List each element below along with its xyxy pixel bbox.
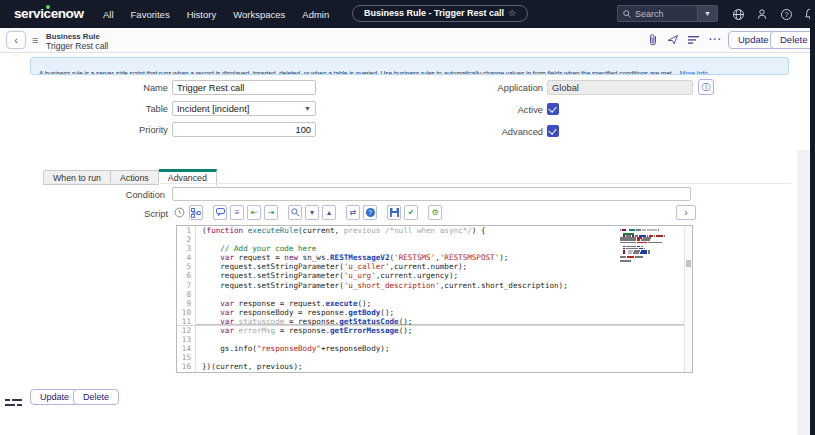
response-time-toggle-icon[interactable] — [5, 398, 22, 410]
code-line[interactable]: 2 — [177, 235, 692, 244]
comment-icon[interactable] — [213, 205, 227, 220]
line-number: 1 — [177, 226, 196, 235]
favorite-star-icon[interactable]: ☆ — [508, 8, 516, 18]
code-line[interactable]: 15 — [177, 353, 692, 362]
tree-picker-icon[interactable] — [189, 205, 203, 220]
save-icon[interactable] — [387, 205, 401, 220]
code-line[interactable]: 6 request.setStringParameter('u_urg',cur… — [177, 271, 692, 280]
scratchpad-icon[interactable]: ⚙ — [428, 205, 442, 220]
active-checkbox[interactable] — [547, 103, 559, 115]
form-header: ‹ ≡ Business Rule Trigger Rest call ··· … — [0, 28, 815, 53]
search-scope-dropdown[interactable]: ▼ — [697, 5, 718, 22]
more-options-icon[interactable]: ··· — [709, 34, 722, 45]
top-navigation-bar: servicenow All Favorites History Workspa… — [0, 0, 815, 28]
code-line[interactable]: 14 gs.info("responseBody"+responseBody); — [177, 344, 692, 353]
delete-button-footer[interactable]: Delete — [73, 389, 119, 405]
line-number: 2 — [177, 235, 196, 244]
form-context-menu-icon[interactable]: ≡ — [32, 34, 38, 46]
share-icon[interactable] — [667, 34, 679, 45]
replace-icon[interactable]: ⇄ — [346, 205, 360, 220]
line-number: 11 — [177, 317, 196, 325]
application-info-button[interactable]: ⓘ — [698, 79, 714, 95]
context-pill[interactable]: Business Rule - Trigger Rest call☆ — [352, 5, 528, 22]
context-pill-label: Business Rule - Trigger Rest call — [364, 8, 504, 18]
code-lines: 1(function executeRule(current, previous… — [177, 226, 692, 372]
active-label: Active — [420, 105, 543, 115]
script-code-editor[interactable]: 1(function executeRule(current, previous… — [176, 225, 693, 373]
nav-history[interactable]: History — [187, 9, 217, 20]
topbar-icons: ? — [731, 0, 815, 28]
record-name-title: Trigger Rest call — [46, 41, 108, 51]
priority-label: Priority — [60, 125, 168, 135]
nav-workspaces[interactable]: Workspaces — [233, 9, 285, 20]
code-line[interactable]: 11 var statuscode = response.getStatusCo… — [177, 317, 692, 326]
search-icon — [623, 10, 631, 18]
record-type-title: Business Rule — [46, 32, 100, 41]
line-number: 7 — [177, 281, 196, 290]
global-nav: All Favorites History Workspaces Admin — [103, 0, 329, 28]
nav-admin[interactable]: Admin — [302, 9, 329, 20]
user-icon[interactable] — [755, 7, 769, 21]
table-select-value: Incident [incident] — [177, 104, 304, 114]
indent-left-icon[interactable]: ⇤ — [247, 205, 261, 220]
application-value: Global — [552, 83, 579, 93]
more-info-link[interactable]: More Info — [680, 70, 708, 75]
advanced-label: Advanced — [420, 127, 543, 137]
globe-icon[interactable] — [731, 7, 745, 21]
line-number: 3 — [177, 244, 196, 253]
find-previous-icon[interactable]: ▴ — [322, 205, 336, 220]
search-input[interactable]: Search — [617, 5, 697, 22]
code-line[interactable]: 13 — [177, 335, 692, 344]
script-editor-toolbar: ≡ ⇤ ⇥ ▾ ▴ ⇄ ? ✔ ⚙ — [172, 205, 442, 220]
advanced-checkbox[interactable] — [547, 125, 559, 137]
script-label: Script — [110, 209, 168, 219]
tab-divider — [43, 183, 791, 184]
header-action-icons: ··· — [648, 33, 722, 46]
code-line[interactable]: 7 request.setStringParameter('u_short_de… — [177, 281, 692, 290]
back-button[interactable]: ‹ — [6, 31, 26, 49]
application-label: Application — [420, 83, 543, 93]
editor-scrollbar[interactable] — [684, 226, 692, 372]
check-syntax-icon[interactable]: ✔ — [404, 205, 418, 220]
code-line[interactable]: 9 var response = request.execute(); — [177, 299, 692, 308]
scrollbar-thumb[interactable] — [686, 260, 691, 267]
nav-all[interactable]: All — [103, 9, 114, 20]
code-line[interactable]: 10 var responseBody = response.getBody()… — [177, 308, 692, 317]
code-line[interactable]: 3 // Add your code here — [177, 244, 692, 253]
name-input[interactable] — [172, 80, 316, 95]
activity-filter-icon[interactable] — [688, 35, 700, 45]
line-number: 16 — [177, 362, 196, 371]
table-select[interactable]: Incident [incident] ▼ — [172, 101, 316, 116]
page-right-gutter — [797, 150, 810, 435]
code-line[interactable]: 4 var request = new sn_ws.RESTMessageV2(… — [177, 253, 692, 262]
find-next-icon[interactable]: ▾ — [305, 205, 319, 220]
code-line[interactable]: 16})(current, previous); — [177, 362, 692, 371]
table-label: Table — [60, 104, 168, 114]
search-icon[interactable] — [288, 205, 302, 220]
line-number: 9 — [177, 299, 196, 308]
line-number: 13 — [177, 335, 196, 344]
code-line[interactable]: 1(function executeRule(current, previous… — [177, 226, 692, 235]
code-line[interactable]: 8 — [177, 290, 692, 299]
clock-icon[interactable] — [172, 205, 186, 220]
line-number: 10 — [177, 308, 196, 317]
line-number: 12 — [177, 326, 196, 335]
chevron-down-icon: ▼ — [304, 105, 311, 112]
code-line[interactable]: 12 var errorMsg = response.getErrorMessa… — [177, 326, 692, 335]
delete-button-header[interactable]: Delete — [770, 31, 815, 49]
line-number: 8 — [177, 290, 196, 299]
help-icon-editor[interactable]: ? — [363, 205, 377, 220]
update-button-footer[interactable]: Update — [30, 389, 79, 405]
application-field: Global — [547, 80, 693, 95]
help-icon[interactable]: ? — [779, 7, 793, 21]
indent-right-icon[interactable]: ⇥ — [264, 205, 278, 220]
code-line[interactable]: 5 request.setStringParameter('u_caller',… — [177, 262, 692, 271]
condition-input[interactable] — [172, 187, 691, 201]
svg-text:?: ? — [784, 10, 788, 19]
nav-favorites[interactable]: Favorites — [131, 9, 170, 20]
attachment-paperclip-icon[interactable] — [648, 33, 658, 46]
priority-input[interactable] — [172, 122, 316, 137]
format-code-icon[interactable]: ≡ — [230, 205, 244, 220]
expand-editor-button[interactable]: › — [676, 205, 696, 220]
servicenow-business-rule-page: servicenow All Favorites History Workspa… — [0, 0, 815, 435]
